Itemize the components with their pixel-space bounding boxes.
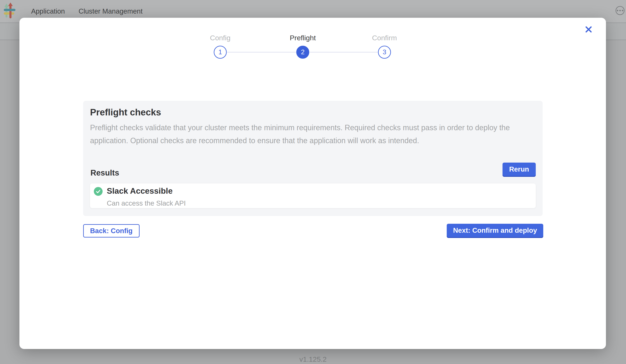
rerun-button[interactable]: Rerun bbox=[503, 163, 536, 176]
next-confirm-deploy-button[interactable]: Next: Confirm and deploy bbox=[447, 224, 543, 237]
preflight-result-row: Slack Accessible Can access the Slack AP… bbox=[90, 183, 536, 208]
app-logo-icon bbox=[4, 2, 15, 19]
ellipsis-icon bbox=[619, 10, 621, 11]
nav-item-cluster-management-label: Cluster Management bbox=[78, 7, 143, 15]
check-icon bbox=[96, 189, 101, 194]
results-heading: Results bbox=[90, 168, 119, 177]
preflight-modal: Config 1 Preflight 2 Confirm 3 Preflight… bbox=[19, 18, 606, 349]
preflight-card: Preflight checks Preflight checks valida… bbox=[83, 101, 543, 216]
status-badge-pass bbox=[94, 187, 103, 196]
back-config-button[interactable]: Back: Config bbox=[83, 224, 140, 237]
preflight-title: Preflight checks bbox=[90, 107, 161, 118]
ellipsis-icon bbox=[617, 10, 618, 11]
overflow-menu-button[interactable] bbox=[616, 6, 625, 15]
ellipsis-icon bbox=[622, 10, 623, 11]
app-version: v1.125.2 bbox=[0, 355, 626, 363]
screen: Application Cluster Management v1.125.2 … bbox=[0, 0, 626, 364]
nav-item-application-label: Application bbox=[31, 7, 65, 15]
step-confirm-label: Confirm bbox=[359, 33, 410, 42]
stepper: Config 1 Preflight 2 Confirm 3 bbox=[19, 18, 606, 80]
step-config-circle: 1 bbox=[214, 46, 227, 59]
step-confirm-circle: 3 bbox=[378, 46, 391, 59]
check-subtitle: Can access the Slack API bbox=[107, 199, 186, 207]
step-confirm: Confirm 3 bbox=[359, 33, 410, 59]
step-preflight-label: Preflight bbox=[278, 33, 328, 42]
preflight-description: Preflight checks validate that your clus… bbox=[90, 121, 528, 147]
step-preflight-circle: 2 bbox=[296, 46, 309, 59]
step-config-label: Config bbox=[195, 33, 245, 42]
check-title: Slack Accessible bbox=[107, 186, 173, 196]
step-preflight: Preflight 2 bbox=[278, 33, 328, 59]
step-config: Config 1 bbox=[195, 33, 245, 59]
